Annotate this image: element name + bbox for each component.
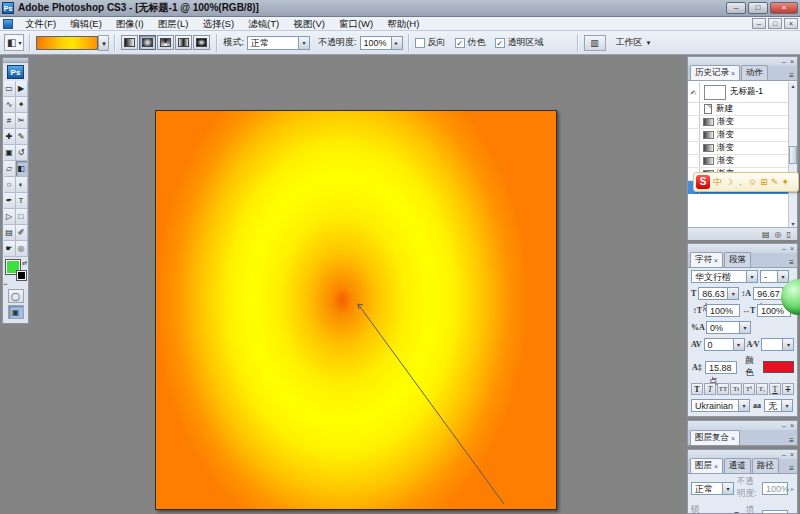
- tool-pen[interactable]: ✒: [4, 193, 16, 209]
- screen-mode-button[interactable]: ▣: [8, 305, 24, 319]
- opacity-input[interactable]: 100%: [360, 36, 392, 50]
- panel-menu-icon[interactable]: ≡: [789, 464, 797, 473]
- blend-mode-select[interactable]: 正常: [247, 36, 299, 50]
- gradient-picker-arrow[interactable]: ▾: [98, 35, 109, 51]
- baseline-shift-input[interactable]: 15.88 点: [705, 361, 737, 374]
- keyboard-icon[interactable]: ⊞: [760, 173, 768, 191]
- history-item[interactable]: 渐变: [688, 142, 797, 155]
- doc-close-button[interactable]: ×: [784, 18, 798, 29]
- tool-clone-stamp[interactable]: ▣: [4, 145, 16, 161]
- panel-close-icon[interactable]: ×: [790, 58, 794, 65]
- history-item[interactable]: 新建: [688, 103, 797, 116]
- panel-menu-icon[interactable]: ≡: [789, 258, 797, 267]
- layer-blend-arrow[interactable]: ▾: [723, 482, 734, 495]
- emoji-icon[interactable]: ☺: [748, 173, 757, 191]
- blend-mode-arrow[interactable]: ▾: [299, 36, 310, 50]
- tracking-arrow[interactable]: ▾: [734, 338, 745, 351]
- new-document-from-state-button[interactable]: ▤: [762, 230, 770, 239]
- font-style-select[interactable]: -: [760, 270, 778, 283]
- proportional-spacing-select[interactable]: 0%: [706, 321, 740, 334]
- sogou-input-toolbar[interactable]: S 中 ☽ ， ☺ ⊞ ✎ ✦: [693, 172, 799, 192]
- proportional-arrow[interactable]: ▾: [740, 321, 751, 334]
- sogou-logo-icon[interactable]: S: [696, 175, 710, 189]
- swap-colors-icon[interactable]: ⇄: [22, 259, 27, 266]
- faux-bold-button[interactable]: T: [691, 383, 703, 395]
- tab-close-icon[interactable]: ×: [731, 70, 735, 77]
- close-button[interactable]: ×: [770, 2, 798, 14]
- history-snapshot-row[interactable]: ✍ 无标题-1: [688, 82, 797, 103]
- layer-opacity-input[interactable]: 100%: [762, 482, 788, 495]
- font-size-input[interactable]: 86.63 点: [698, 287, 728, 300]
- angle-gradient-button[interactable]: [157, 35, 174, 50]
- panel-minimize-icon[interactable]: –: [782, 58, 786, 65]
- opacity-arrow[interactable]: ▸: [392, 36, 403, 50]
- leading-input[interactable]: 96.67 点: [753, 287, 783, 300]
- menu-help[interactable]: 帮助(H): [380, 17, 426, 31]
- panel-close-icon[interactable]: ×: [790, 245, 794, 252]
- anti-alias-arrow[interactable]: ▾: [782, 399, 793, 412]
- bridge-button[interactable]: ▥: [584, 35, 606, 51]
- tab-paths[interactable]: 路径: [752, 458, 779, 473]
- tab-channels[interactable]: 通道: [724, 458, 751, 473]
- menu-image[interactable]: 图像(I): [109, 17, 151, 31]
- set-source-cell[interactable]: [688, 142, 700, 154]
- tool-preset-picker[interactable]: ◧ ▾: [4, 34, 24, 51]
- delete-state-button[interactable]: ▯: [787, 230, 791, 239]
- toolbox-grip[interactable]: [3, 58, 28, 63]
- tool-eraser[interactable]: ▱: [4, 161, 16, 177]
- background-color-swatch[interactable]: [17, 271, 26, 280]
- menu-view[interactable]: 视图(V): [286, 17, 332, 31]
- tab-actions[interactable]: 动作: [741, 65, 768, 80]
- tool-path-selection[interactable]: ▷: [4, 209, 16, 225]
- halfwidth-moon-icon[interactable]: ☽: [725, 173, 733, 191]
- set-source-cell[interactable]: [688, 103, 700, 115]
- quick-mask-button[interactable]: ◯: [8, 289, 24, 303]
- minimize-button[interactable]: –: [726, 2, 746, 14]
- menu-layer[interactable]: 图层(L): [151, 17, 196, 31]
- set-source-cell[interactable]: [688, 116, 700, 128]
- new-snapshot-button[interactable]: ◎: [775, 230, 782, 239]
- toolbox-icon[interactable]: ✦: [781, 173, 789, 191]
- font-family-arrow[interactable]: ▾: [747, 270, 758, 283]
- tool-slice[interactable]: ✂: [16, 113, 28, 129]
- kerning-arrow[interactable]: ▾: [783, 338, 794, 351]
- panel-menu-icon[interactable]: ≡: [789, 71, 797, 80]
- subscript-button[interactable]: T₁: [756, 383, 768, 395]
- panel-close-icon[interactable]: ×: [790, 451, 794, 458]
- dither-checkbox[interactable]: ✓: [455, 38, 465, 48]
- tab-close-icon[interactable]: ×: [731, 435, 735, 442]
- document-canvas[interactable]: [155, 110, 557, 510]
- panel-menu-icon[interactable]: ≡: [789, 436, 797, 445]
- anti-alias-select[interactable]: 无: [764, 399, 782, 412]
- text-color-swatch[interactable]: [763, 361, 794, 373]
- set-source-icon[interactable]: ✍: [688, 82, 700, 102]
- tool-crop[interactable]: #: [4, 113, 16, 129]
- tab-close-icon[interactable]: ×: [714, 257, 718, 264]
- menu-select[interactable]: 选择(S): [195, 17, 241, 31]
- layer-opacity-arrow[interactable]: ▸: [791, 485, 794, 492]
- panel-close-icon[interactable]: ×: [790, 422, 794, 429]
- font-size-arrow[interactable]: ▾: [728, 287, 739, 300]
- tab-paragraph[interactable]: 段落: [724, 252, 751, 267]
- faux-italic-button[interactable]: T: [704, 383, 716, 395]
- default-colors-icon[interactable]: ▪▫: [4, 281, 8, 287]
- tool-brush[interactable]: ✎: [16, 129, 28, 145]
- tab-layer-comps[interactable]: 图层复合 ×: [690, 430, 740, 445]
- tool-shape[interactable]: □: [16, 209, 28, 225]
- radial-gradient-button[interactable]: [139, 35, 156, 50]
- history-item[interactable]: 渐变: [688, 129, 797, 142]
- layer-blend-mode-select[interactable]: 正常: [691, 482, 723, 495]
- kerning-select[interactable]: [761, 338, 783, 351]
- punctuation-icon[interactable]: ，: [736, 173, 745, 191]
- set-source-cell[interactable]: [688, 129, 700, 141]
- tool-gradient[interactable]: ◧: [16, 161, 28, 177]
- reflected-gradient-button[interactable]: [175, 35, 192, 50]
- history-scrollbar[interactable]: ▴ ▾: [788, 82, 797, 227]
- reverse-checkbox[interactable]: [415, 38, 425, 48]
- small-caps-button[interactable]: Tt: [730, 383, 742, 395]
- menu-file[interactable]: 文件(F): [18, 17, 63, 31]
- menu-edit[interactable]: 编辑(E): [63, 17, 109, 31]
- menu-filter[interactable]: 滤镜(T): [241, 17, 286, 31]
- tool-move[interactable]: ▶: [16, 81, 28, 97]
- scroll-up-icon[interactable]: ▴: [789, 82, 797, 89]
